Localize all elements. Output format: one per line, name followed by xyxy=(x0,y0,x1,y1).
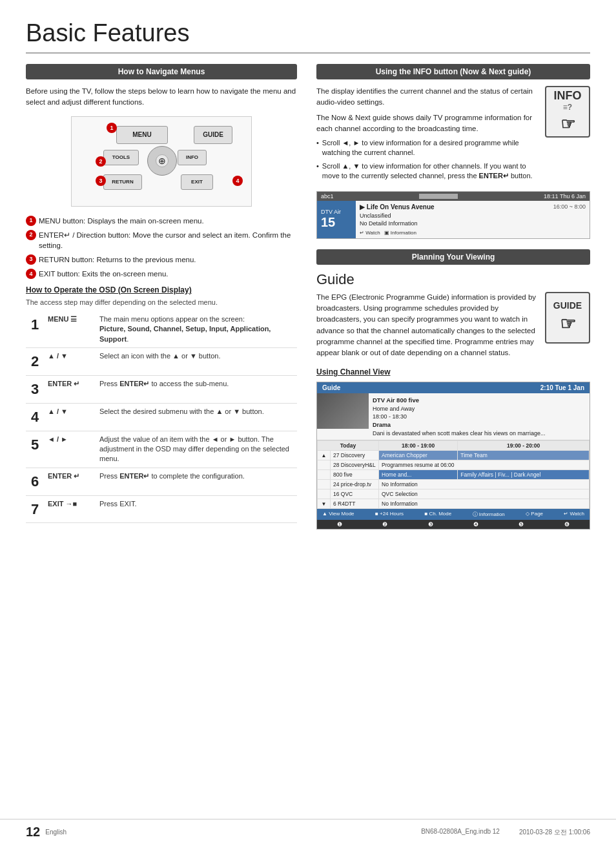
guide-box: Guide 2:10 Tue 1 Jan DTV Air 800 five Ho… xyxy=(316,382,590,530)
guide-ch-arrow-6: ▼ xyxy=(318,499,331,509)
footer-file: BN68-02808A_Eng.indb 12 xyxy=(421,828,500,837)
program-name: ▶ Life On Venus Avenue xyxy=(360,203,435,212)
nav-bullet-3: 3 RETURN button: Returns to the previous… xyxy=(26,254,297,265)
guide-footer-nums: ❶ ❷ ❸ ❹ ❺ ❻ xyxy=(317,520,590,529)
guide-preview-show: Home and Away xyxy=(373,405,546,413)
guide-ch-prog2-3: Family Affairs | Fiv... | Dark Angel xyxy=(458,470,590,480)
footer-date: 2010-03-28 오전 1:00:06 xyxy=(519,828,590,837)
guide-ch-prog-2: Programmes resume at 06:00 xyxy=(379,460,590,470)
guide-footer: ▲ View Mode ■ +24 Hours ■ Ch. Mode ⓘ Inf… xyxy=(317,509,590,520)
info-text-2: The Now & Next guide shows daily TV prog… xyxy=(316,112,537,135)
nav-bullet-4: 4 EXIT button: Exits the on-screen menu. xyxy=(26,269,297,279)
guide-col-time1: 18:00 - 19:00 xyxy=(379,441,458,451)
guide-col-time2: 19:00 - 20:00 xyxy=(458,441,590,451)
osd-row-4: 4 ▲ / ▼ Select the desired submenu with … xyxy=(26,403,297,431)
guide-preview: DTV Air 800 five Home and Away 18:00 - 1… xyxy=(317,393,590,440)
osd-btn-7: EXIT →■ xyxy=(44,495,96,523)
osd-row-2: 2 ▲ / ▼ Select an icon with the ▲ or ▼ b… xyxy=(26,348,297,376)
guide-footer-item-1: ▲ View Mode xyxy=(322,511,354,518)
page-title: Basic Features xyxy=(26,19,590,54)
osd-desc-7: Press EXIT. xyxy=(96,495,297,523)
program-detail: No Detaild Information xyxy=(360,220,586,228)
guide-ch-name-1: 27 Discovery xyxy=(331,451,379,460)
osd-btn-6: ENTER ↵ xyxy=(44,468,96,495)
program-rating: Unclassified xyxy=(360,212,586,220)
osd-btn-1: MENU ☰ xyxy=(44,311,96,348)
guide-channel-row-3: 800 five Home and... Family Affairs | Fi… xyxy=(318,470,590,480)
guide-channels-table: Today 18:00 - 19:00 19:00 - 20:00 ▲ 27 D… xyxy=(317,440,590,509)
page-lang: English xyxy=(45,829,67,836)
guide-footer-item-2: ■ +24 Hours xyxy=(375,511,404,518)
now-next-box: abc1 18:11 Thu 6 Jan DTV Air 15 ▶ Life O… xyxy=(316,191,590,239)
program-time: 16:00 ~ 8:00 xyxy=(553,203,586,212)
guide-content: The EPG (Electronic Programme Guide) inf… xyxy=(316,292,590,359)
osd-desc-4: Select the desired submenu with the ▲ or… xyxy=(96,403,297,431)
osd-btn-3: ENTER ↵ xyxy=(44,375,96,403)
guide-footer-item-3: ■ Ch. Mode xyxy=(424,511,451,518)
guide-channel-row-5: 16 QVC QVC Selection xyxy=(318,489,590,499)
guide-ch-arrow-4 xyxy=(318,480,331,489)
osd-table: 1 MENU ☰ The main menu options appear on… xyxy=(26,311,297,523)
guide-preview-info: DTV Air 800 five Home and Away 18:00 - 1… xyxy=(369,393,549,440)
channel-type: DTV Air xyxy=(321,209,352,215)
program-actions: ↵ Watch ▣ Information xyxy=(360,229,586,236)
page: Basic Features How to Navigate Menus Bef… xyxy=(0,0,616,568)
guide-preview-image xyxy=(317,393,369,429)
guide-num-2: ❷ xyxy=(382,521,387,528)
guide-channel-row-1: ▲ 27 Discovery American Chopper Time Tea… xyxy=(318,451,590,460)
action-watch: ↵ Watch xyxy=(360,229,380,236)
nav-menus-header: How to Navigate Menus xyxy=(26,64,297,79)
now-next-channel-info: DTV Air 15 xyxy=(317,201,356,238)
guide-ch-name-5: 16 QVC xyxy=(331,489,379,499)
guide-col-today: Today xyxy=(318,441,379,451)
now-next-date: 18:11 Thu 6 Jan xyxy=(544,193,586,200)
info-icon-box: INFO ≡? ☞ xyxy=(545,86,590,138)
guide-ch-name-2: 28 DiscoveryH&L xyxy=(331,460,379,470)
guide-ch-prog2-1: Time Team xyxy=(458,451,590,460)
left-column: How to Navigate Menus Before using the T… xyxy=(26,64,297,530)
info-bullet-2: • Scroll ▲, ▼ to view information for ot… xyxy=(316,161,537,181)
guide-num-3: ❸ xyxy=(428,521,433,528)
guide-icon-box: GUIDE ☞ xyxy=(545,292,590,344)
guide-channel-row-4: 24 price-drop.tv No Information xyxy=(318,480,590,489)
osd-step-7: 7 xyxy=(26,495,44,523)
planning-header: Planning Your Viewing xyxy=(316,249,590,265)
now-next-body: DTV Air 15 ▶ Life On Venus Avenue 16:00 … xyxy=(317,201,590,238)
osd-row-7: 7 EXIT →■ Press EXIT. xyxy=(26,495,297,523)
osd-desc-5: Adjust the value of an item with the ◄ o… xyxy=(96,431,297,468)
guide-text: The EPG (Electronic Programme Guide) inf… xyxy=(316,292,537,359)
guide-num-4: ❹ xyxy=(473,521,478,528)
guide-ch-arrow-2 xyxy=(318,460,331,470)
guide-preview-genre: Drama xyxy=(373,421,546,429)
channel-num: 15 xyxy=(321,215,352,230)
guide-footer-item-4: ⓘ Information xyxy=(473,511,505,518)
guide-channel-row-2: 28 DiscoveryH&L Programmes resume at 06:… xyxy=(318,460,590,470)
guide-ch-arrow-5 xyxy=(318,489,331,499)
guide-ch-prog1-3: Home and... xyxy=(379,470,458,480)
nav-bullets: 1 MENU button: Displays the main on-scre… xyxy=(26,216,297,279)
action-info: ▣ Information xyxy=(384,229,416,236)
info-section-header: Using the INFO button (Now & Next guide) xyxy=(316,64,590,79)
guide-preview-time: 18:00 - 18:30 xyxy=(373,413,546,421)
osd-btn-2: ▲ / ▼ xyxy=(44,348,96,376)
guide-num-6: ❻ xyxy=(564,521,570,528)
osd-desc-1: The main menu options appear on the scre… xyxy=(96,311,297,348)
guide-title: Guide xyxy=(316,271,590,288)
guide-ch-name-6: 6 R4DTT xyxy=(331,499,379,509)
osd-desc-2: Select an icon with the ▲ or ▼ button. xyxy=(96,348,297,376)
nav-bullet-2: 2 ENTER↵ / Direction button: Move the cu… xyxy=(26,230,297,251)
guide-channels-header: Today 18:00 - 19:00 19:00 - 20:00 xyxy=(318,441,590,451)
guide-preview-desc: Dani is devastated when scott makes clea… xyxy=(373,429,546,438)
menu-diagram: MENU GUIDE TOOLS INFO ⊕ RETURN EXIT xyxy=(71,116,252,207)
info-bullet-1: • Scroll ◄, ► to view information for a … xyxy=(316,138,537,158)
guide-footer-item-6: ↵ Watch xyxy=(564,511,584,518)
osd-btn-5: ◄ / ► xyxy=(44,431,96,468)
osd-title: How to Operate the OSD (On Screen Displa… xyxy=(26,285,297,294)
guide-ch-prog-4: No Information xyxy=(379,480,590,489)
info-text-1: The display identifies the current chann… xyxy=(316,86,537,108)
right-column: Using the INFO button (Now & Next guide)… xyxy=(316,64,590,530)
osd-row-6: 6 ENTER ↵ Press ENTER↵ to complete the c… xyxy=(26,468,297,495)
osd-step-1: 1 xyxy=(26,311,44,348)
now-next-channel: abc1 xyxy=(321,193,334,200)
osd-subtitle: The access step may differ depending on … xyxy=(26,298,297,306)
